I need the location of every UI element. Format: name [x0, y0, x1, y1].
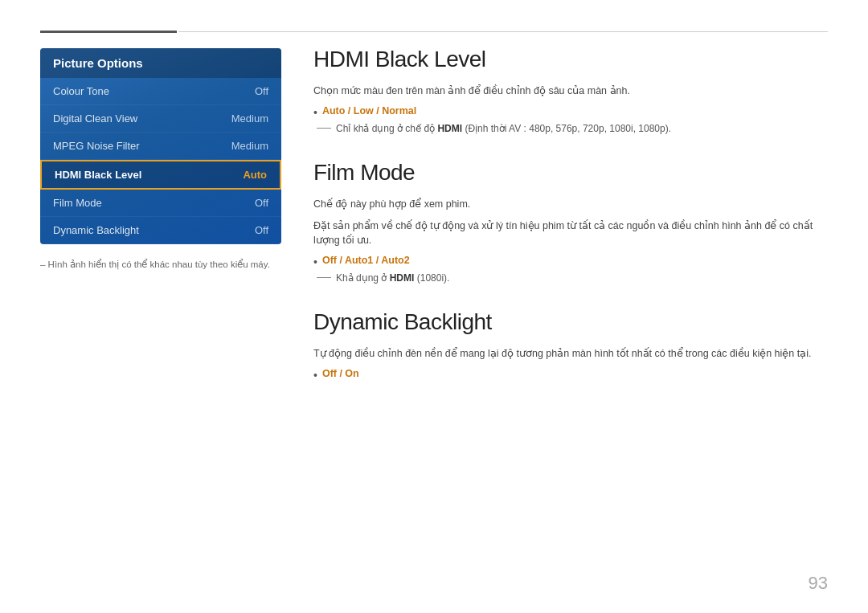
dynamic-backlight-title: Dynamic Backlight	[313, 309, 828, 335]
section-hdmi-black-level: HDMI Black Level Chọn mức màu đen trên m…	[313, 47, 828, 134]
dynamic-backlight-options-text: Off / On	[322, 368, 359, 379]
bullet-dot-icon: •	[313, 368, 317, 382]
film-mode-subnote: Khả dụng ở HDMI (1080i).	[313, 272, 828, 284]
subnote-prefix: Chỉ khả dụng ở chế độ	[336, 123, 437, 134]
sidebar-item-mpeg-noise-filter[interactable]: MPEG Noise Filter Medium	[40, 133, 281, 160]
dynamic-backlight-bullet: • Off / On	[313, 368, 828, 382]
sidebar-item-value: Off	[255, 197, 268, 209]
sidebar-item-value: Off	[255, 85, 268, 97]
sidebar-item-value: Off	[255, 224, 268, 236]
sidebar-item-value: Medium	[231, 112, 268, 125]
sub-note-line	[317, 128, 331, 129]
subnote-text: Chỉ khả dụng ở chế độ HDMI (Định thời AV…	[336, 123, 671, 134]
sub-note-line	[317, 277, 331, 278]
sidebar-item-value: Auto	[243, 169, 267, 181]
bullet-dot-icon: •	[313, 255, 317, 269]
sidebar: Picture Options Colour Tone Off Digital …	[40, 48, 281, 270]
bullet-dot-icon: •	[313, 105, 317, 120]
top-decorative-lines	[40, 31, 828, 33]
sidebar-item-label: HDMI Black Level	[55, 169, 141, 181]
top-line-dark	[40, 31, 177, 33]
sidebar-item-label: Dynamic Backlight	[53, 224, 139, 236]
sidebar-header: Picture Options	[40, 48, 281, 78]
hdmi-black-level-bullet: • Auto / Low / Normal	[313, 105, 828, 120]
top-line-light	[178, 31, 828, 32]
subnote-prefix: Khả dụng ở	[336, 272, 390, 284]
sidebar-item-label: Film Mode	[53, 197, 102, 209]
sidebar-item-dynamic-backlight[interactable]: Dynamic Backlight Off	[40, 217, 281, 244]
film-mode-options-text: Off / Auto1 / Auto2	[322, 255, 410, 266]
sidebar-item-label: MPEG Noise Filter	[53, 140, 140, 152]
page-number: 93	[809, 573, 828, 594]
subnote-bold: HDMI	[437, 123, 462, 134]
section-dynamic-backlight: Dynamic Backlight Tự động điều chỉnh đèn…	[313, 309, 828, 382]
subnote-suffix: (1080i).	[414, 272, 449, 284]
sidebar-item-hdmi-black-level[interactable]: HDMI Black Level Auto	[40, 160, 281, 190]
hdmi-options-text: Auto / Low / Normal	[322, 105, 416, 116]
main-content: HDMI Black Level Chọn mức màu đen trên m…	[313, 47, 828, 408]
section-film-mode: Film Mode Chế độ này phù hợp để xem phim…	[313, 160, 828, 284]
hdmi-black-level-subnote: Chỉ khả dụng ở chế độ HDMI (Định thời AV…	[313, 123, 828, 134]
sidebar-item-label: Colour Tone	[53, 85, 109, 97]
sidebar-panel: Picture Options Colour Tone Off Digital …	[40, 48, 281, 244]
film-mode-title: Film Mode	[313, 160, 828, 186]
hdmi-black-level-desc: Chọn mức màu đen trên màn ảnh để điều ch…	[313, 84, 828, 99]
sidebar-item-digital-clean-view[interactable]: Digital Clean View Medium	[40, 105, 281, 133]
film-mode-desc1: Chế độ này phù hợp để xem phim.	[313, 197, 828, 212]
sidebar-item-film-mode[interactable]: Film Mode Off	[40, 190, 281, 217]
sidebar-item-colour-tone[interactable]: Colour Tone Off	[40, 78, 281, 105]
subnote-bold: HDMI	[390, 272, 415, 284]
film-mode-bullet: • Off / Auto1 / Auto2	[313, 255, 828, 269]
sidebar-footnote: – Hình ảnh hiển thị có thể khác nhau tùy…	[40, 259, 281, 270]
film-mode-desc2: Đặt sản phẩm về chế độ tự động và xử lý …	[313, 219, 828, 249]
sidebar-item-value: Medium	[231, 140, 268, 152]
dynamic-backlight-desc: Tự động điều chỉnh đèn nền để mang lại đ…	[313, 346, 828, 362]
subnote-text: Khả dụng ở HDMI (1080i).	[336, 272, 449, 284]
sidebar-item-label: Digital Clean View	[53, 112, 137, 125]
subnote-suffix: (Định thời AV : 480p, 576p, 720p, 1080i,…	[462, 123, 671, 134]
hdmi-black-level-title: HDMI Black Level	[313, 47, 828, 72]
